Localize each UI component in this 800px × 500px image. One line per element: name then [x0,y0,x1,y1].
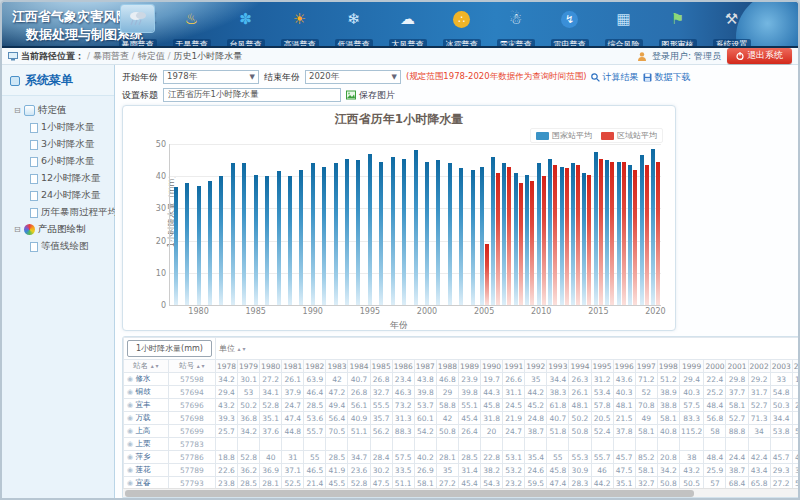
bar-区域站平均-2013[interactable] [576,165,580,305]
breadcrumb-item[interactable]: 暴雨普查 [93,51,129,61]
bar-国家站平均-1993[interactable] [345,159,349,306]
bar-国家站平均-1979[interactable] [185,183,189,305]
year-header-1980[interactable]: 1980 [260,360,282,373]
bar-国家站平均-2004[interactable] [471,170,475,305]
year-header-2000[interactable]: 2000 [704,360,726,373]
year-header-1986[interactable]: 1986 [392,360,414,373]
bar-国家站平均-2005[interactable] [480,167,484,305]
year-header-1993[interactable]: 1993 [547,360,569,373]
sort-icons[interactable]: ▴ ▾ [151,362,159,369]
tree-item-1小时降水量[interactable]: 1小时降水量 [4,119,112,136]
bar-国家站平均-1983[interactable] [231,163,235,305]
bar-区域站平均-2019[interactable] [645,165,649,305]
toolbar-item-图形审核[interactable]: ⚑图形审核 [651,3,704,48]
breadcrumb-item[interactable]: 特定值 [138,51,165,61]
year-header-1978[interactable]: 1978 [215,360,237,373]
year-header-1990[interactable]: 1990 [481,360,503,373]
bar-区域站平均-2020[interactable] [656,162,660,305]
expand-icon[interactable]: ◉ [127,414,133,422]
bar-区域站平均-2008[interactable] [519,183,523,305]
bar-国家站平均-2008[interactable] [514,173,518,305]
table-horizontal-scrollbar[interactable] [123,488,800,497]
sort-icons[interactable]: ▴ ▾ [237,345,245,352]
tree-item-3小时降水量[interactable]: 3小时降水量 [4,136,112,153]
legend-item-区域站平均[interactable]: 区域站平均 [601,130,657,141]
logout-button[interactable]: 退出系统 [727,48,792,64]
year-header-1994[interactable]: 1994 [569,360,591,373]
bar-国家站平均-2002[interactable] [448,163,452,305]
station-name-cell[interactable]: ◉ 莲花 [124,464,169,477]
code-header[interactable]: 站号 ▴ ▾ [168,360,215,373]
year-header-2002[interactable]: 2002 [748,360,770,373]
tree-group-特定值[interactable]: ⊟特定值 [4,102,112,119]
expand-icon[interactable]: ◉ [127,388,133,396]
bar-国家站平均-2012[interactable] [560,167,564,305]
scrollbar-thumb[interactable] [125,490,694,497]
bar-国家站平均-1986[interactable] [265,176,269,305]
year-header-1991[interactable]: 1991 [503,360,525,373]
bar-国家站平均-2011[interactable] [548,159,552,306]
bar-国家站平均-2001[interactable] [436,160,440,305]
bar-国家站平均-1988[interactable] [288,176,292,305]
bar-国家站平均-1994[interactable] [356,160,360,305]
bar-国家站平均-1989[interactable] [299,170,303,305]
bar-国家站平均-1995[interactable] [368,154,372,305]
toolbar-item-系统设置[interactable]: ⚒系统设置 [705,3,758,48]
bar-区域站平均-2010[interactable] [542,176,546,305]
year-header-1997[interactable]: 1997 [635,360,657,373]
bar-国家站平均-1996[interactable] [379,162,383,305]
bar-国家站平均-2003[interactable] [459,168,463,305]
bar-区域站平均-2005[interactable] [485,244,489,305]
bar-区域站平均-2006[interactable] [496,173,500,305]
bar-区域站平均-2018[interactable] [633,170,637,305]
station-name-cell[interactable]: ◉ 修水 [124,373,169,386]
year-header-1995[interactable]: 1995 [591,360,613,373]
bar-区域站平均-2009[interactable] [530,181,534,305]
toolbar-item-高温普查[interactable]: ☀高温普查 [273,3,326,48]
toolbar-item-低温普查[interactable]: ❄低温普查 [327,3,380,48]
tree-item-12小时降水量[interactable]: 12小时降水量 [4,170,112,187]
station-name-cell[interactable]: ◉ 萍乡 [124,451,169,464]
toolbar-item-暴雨普查[interactable]: 暴雨普查 [111,3,164,48]
bar-国家站平均-2014[interactable] [582,173,586,305]
bar-国家站平均-2019[interactable] [640,155,644,305]
toolbar-item-冰雹普查[interactable]: ∴冰雹普查 [435,3,488,48]
bar-区域站平均-2016[interactable] [610,162,614,305]
expand-icon[interactable]: ◉ [127,401,133,409]
collapse-icon[interactable]: ⊟ [14,106,21,115]
save-image-button[interactable]: 保存图片 [346,89,395,102]
tree-group-产品图绘制[interactable]: ⊟产品图绘制 [4,221,112,238]
year-header-1984[interactable]: 1984 [348,360,370,373]
breadcrumb-item[interactable]: 历史1小时降水量 [173,51,242,61]
year-header-2004[interactable]: 2004 [792,360,800,373]
legend-item-国家站平均[interactable]: 国家站平均 [536,130,592,141]
year-header-1998[interactable]: 1998 [657,360,679,373]
tree-item-等值线绘图[interactable]: 等值线绘图 [4,238,112,255]
tree-item-24小时降水量[interactable]: 24小时降水量 [4,187,112,204]
bar-国家站平均-1999[interactable] [414,150,418,305]
data-download-link[interactable]: 数据下载 [643,71,690,84]
bar-国家站平均-2018[interactable] [628,165,632,305]
year-header-1983[interactable]: 1983 [326,360,348,373]
bar-国家站平均-1981[interactable] [208,181,212,305]
bar-国家站平均-1984[interactable] [242,163,246,305]
year-header-1981[interactable]: 1981 [282,360,304,373]
year-header-1989[interactable]: 1989 [458,360,480,373]
station-name-cell[interactable]: ◉ 万载 [124,412,169,425]
bar-国家站平均-2016[interactable] [605,160,609,305]
bar-国家站平均-1990[interactable] [311,163,315,305]
bar-国家站平均-1991[interactable] [322,167,326,305]
year-header-1992[interactable]: 1992 [525,360,547,373]
calculate-result-link[interactable]: 计算结果 [591,71,638,84]
bar-国家站平均-1985[interactable] [254,175,258,305]
toolbar-item-大风普查[interactable]: ☁大风普查 [381,3,434,48]
bar-国家站平均-2000[interactable] [425,162,429,305]
toolbar-item-雪灾普查[interactable]: ☃雪灾普查 [489,3,542,48]
chart-title-input[interactable] [163,88,341,102]
bar-国家站平均-2017[interactable] [617,162,621,305]
expand-icon[interactable]: ◉ [127,375,133,383]
tree-item-历年暴雨过程平均强度[interactable]: 历年暴雨过程平均强度 [4,204,112,221]
collapse-icon[interactable]: ⊟ [14,225,21,234]
unit-box-button[interactable]: 1小时降水量(mm) [127,340,212,357]
year-header-2001[interactable]: 2001 [726,360,748,373]
